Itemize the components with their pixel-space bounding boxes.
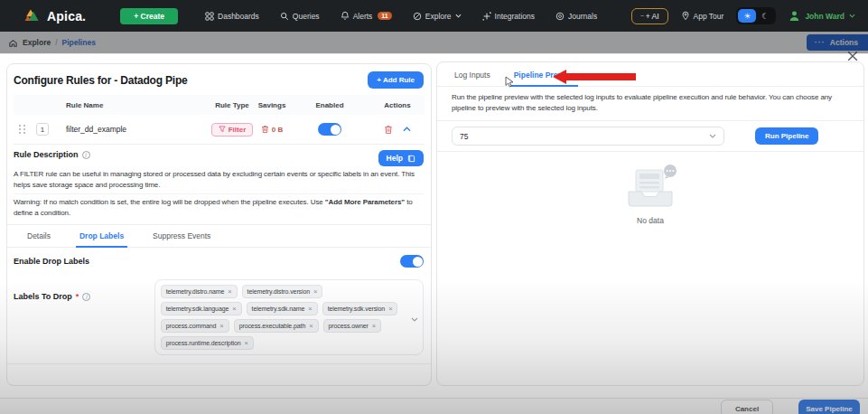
savings-value: 0 B	[272, 126, 283, 134]
dark-mode-button[interactable]: ☾	[756, 9, 774, 23]
label-tag: telemetry.sdk.language×	[161, 302, 242, 315]
nav-menu: Dashboards Queries Alerts 11	[205, 11, 597, 21]
home-icon[interactable]	[8, 38, 18, 48]
nav-label: Dashboards	[218, 12, 259, 21]
info-icon[interactable]: i	[82, 293, 90, 301]
label-tag: telemetry.distro.name×	[161, 285, 238, 298]
tab-log-inputs[interactable]: Log Inputs	[453, 71, 492, 86]
rule-enabled-toggle[interactable]	[318, 123, 341, 136]
nav-right: ·∙ + AI App Tour ☀ ☾ Jo	[631, 7, 855, 24]
enable-drop-labels-toggle[interactable]	[400, 255, 424, 268]
modal-dim-overlay	[0, 32, 868, 53]
nav-item-journals[interactable]: Journals	[555, 12, 597, 21]
run-pipeline-button[interactable]: Run Pipeline	[755, 127, 818, 145]
tab-suppress-events[interactable]: Suppress Events	[151, 231, 212, 247]
app-tour-icon	[681, 11, 690, 21]
collapse-rule-button[interactable]	[403, 127, 411, 132]
rule-tabs: Details Drop Labels Suppress Events	[7, 224, 431, 248]
label-tag: process.runtime.description×	[161, 336, 254, 350]
remove-tag-icon[interactable]: ×	[232, 305, 236, 313]
cancel-button[interactable]: Cancel	[721, 400, 773, 414]
rule-type-badge: Filter	[211, 123, 254, 136]
remove-tag-icon[interactable]: ×	[372, 322, 376, 330]
pipeline-select[interactable]: 75	[452, 127, 724, 146]
remove-tag-icon[interactable]: ×	[313, 287, 317, 296]
app-tour-button[interactable]: App Tour	[681, 11, 724, 21]
preview-description: Run the pipeline preview with the select…	[437, 87, 863, 121]
nav-item-dashboards[interactable]: Dashboards	[205, 12, 259, 21]
close-icon[interactable]	[847, 51, 858, 61]
user-name: John Ward	[805, 12, 845, 21]
app-tour-label: App Tour	[694, 12, 724, 21]
drag-handle-icon[interactable]	[14, 125, 32, 134]
nav-item-queries[interactable]: Queries	[280, 12, 320, 21]
app-screen: Apica. + Create Dashboards Qu	[0, 0, 868, 414]
section-divider	[7, 363, 431, 364]
label-tag: telemetry.sdk.version×	[322, 302, 398, 315]
nav-item-explore[interactable]: Explore	[413, 12, 462, 21]
remove-tag-icon[interactable]: ×	[308, 305, 312, 313]
add-rule-button[interactable]: + Add Rule	[368, 71, 424, 89]
top-nav: Apica. + Create Dashboards Qu	[0, 0, 868, 32]
sparkle-icon: ·∙	[640, 12, 643, 20]
no-data-label: No data	[637, 216, 664, 225]
tab-drop-labels[interactable]: Drop Labels	[76, 231, 127, 248]
label-tag: process.command×	[161, 319, 229, 333]
nav-item-alerts[interactable]: Alerts 11	[341, 11, 392, 21]
breadcrumb: Explore / Pipelines	[8, 38, 96, 48]
actions-button[interactable]: ··· Actions	[807, 34, 868, 51]
breadcrumb-explore[interactable]: Explore	[23, 38, 51, 47]
trash-icon	[384, 125, 393, 135]
labels-to-drop-row: Labels To Drop * i telemetry.distro.name…	[7, 274, 431, 355]
tab-pipeline-preview[interactable]: Pipeline Preview	[510, 71, 578, 87]
ellipsis-icon: ···	[815, 38, 826, 47]
rule-description-section: Rule Description i Help A FILTER rule ca…	[7, 145, 431, 224]
label-tag: telemetry.sdk.name×	[247, 302, 318, 315]
remove-tag-icon[interactable]: ×	[228, 287, 231, 296]
label-tag: process.executable.path×	[234, 319, 319, 333]
labels-multiselect[interactable]: telemetry.distro.name× telemetry.distro.…	[154, 279, 424, 355]
pipeline-modal: Configure Rules for - Datadog Pipe + Add…	[0, 54, 868, 414]
col-enabled: Enabled	[290, 101, 369, 109]
chevron-down-icon	[455, 14, 462, 18]
ai-button[interactable]: ·∙ + AI	[631, 8, 668, 24]
panel-title: Configure Rules for - Datadog Pipe	[14, 74, 188, 87]
nav-item-integrations[interactable]: Integrations	[482, 12, 535, 21]
grid-icon	[205, 12, 214, 21]
rules-table: Rule Name Rule Type Savings Enabled Acti…	[14, 95, 425, 145]
plus-dots-icon	[482, 12, 491, 21]
nav-label: Journals	[568, 12, 597, 21]
user-menu[interactable]: John Ward	[789, 10, 855, 22]
pipeline-preview-panel: Log Inputs Pipeline Preview Run the pipe…	[436, 61, 864, 386]
col-savings: Savings	[254, 101, 290, 109]
brand-name: Apica.	[47, 9, 86, 24]
remove-tag-icon[interactable]: ×	[309, 322, 313, 330]
pipeline-select-value: 75	[460, 132, 468, 141]
info-icon[interactable]: i	[82, 151, 90, 159]
nav-label: Explore	[425, 12, 452, 21]
configure-rules-panel: Configure Rules for - Datadog Pipe + Add…	[6, 63, 432, 386]
funnel-icon	[219, 126, 226, 133]
col-rule-type: Rule Type	[210, 101, 254, 109]
remove-tag-icon[interactable]: ×	[219, 322, 223, 330]
rule-description-warning: Warning: If no match condition is set, t…	[14, 193, 424, 224]
nav-label: Alerts	[353, 12, 373, 21]
run-pipeline-row: 75 Run Pipeline	[437, 121, 863, 152]
breadcrumb-bar: Explore / Pipelines ··· Actions	[0, 32, 868, 54]
breadcrumb-pipelines[interactable]: Pipelines	[62, 38, 96, 47]
ai-label: + AI	[646, 12, 659, 21]
chevron-up-icon	[403, 127, 411, 132]
trash-icon	[261, 125, 269, 134]
help-button[interactable]: Help	[378, 150, 424, 166]
create-button[interactable]: + Create	[120, 8, 178, 24]
apica-logo[interactable]: Apica.	[23, 8, 86, 24]
empty-state: No data	[437, 163, 863, 225]
save-pipeline-button[interactable]: Save Pipeline	[798, 400, 860, 414]
remove-tag-icon[interactable]: ×	[388, 305, 392, 313]
delete-rule-button[interactable]	[384, 125, 393, 135]
col-rule-name: Rule Name	[53, 101, 210, 109]
remove-tag-icon[interactable]: ×	[245, 339, 248, 347]
tab-details[interactable]: Details	[25, 231, 52, 247]
nav-label: Integrations	[495, 12, 535, 21]
light-mode-button[interactable]: ☀	[738, 9, 756, 23]
